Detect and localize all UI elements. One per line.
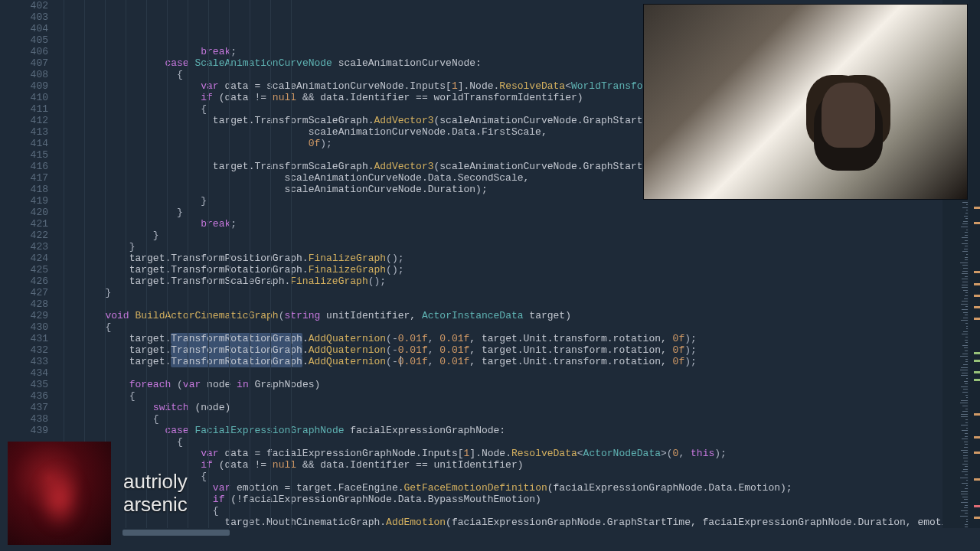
stream-chat-overlay: autrioly arsenic [8, 442, 188, 545]
line-number: 437 [0, 402, 48, 413]
code-line[interactable]: if (!facialExpressionGraphNode.Data.Bypa… [57, 494, 980, 505]
line-number: 418 [0, 184, 48, 195]
line-number: 404 [0, 23, 48, 34]
minimap-marker[interactable] [974, 360, 980, 362]
line-number: 432 [0, 344, 48, 356]
line-number: 415 [0, 149, 48, 161]
line-number: 420 [0, 207, 48, 218]
line-number: 416 [0, 161, 48, 172]
code-line[interactable]: void BuildActorCinematicGraph(string uni… [57, 310, 980, 321]
code-line[interactable]: target.MouthCinematicGraph.AddEmotion(fa… [57, 517, 980, 528]
line-number: 428 [0, 298, 48, 310]
line-number: 423 [0, 241, 48, 253]
minimap-marker[interactable] [974, 517, 980, 519]
line-number: 439 [0, 425, 48, 436]
minimap-marker[interactable] [974, 436, 980, 439]
line-number: 438 [0, 413, 48, 425]
code-line[interactable]: { [57, 436, 980, 448]
line-number: 429 [0, 310, 48, 321]
line-number: 412 [0, 115, 48, 126]
code-line[interactable]: { [57, 471, 980, 482]
line-number: 403 [0, 11, 48, 23]
line-number: 407 [0, 57, 48, 69]
code-line[interactable]: switch (node) [57, 402, 980, 413]
code-line[interactable]: target.TransformScaleGraph.FinalizeGraph… [57, 276, 980, 287]
minimap-marker[interactable] [974, 306, 980, 308]
code-line[interactable]: case FacialExpressionGraphNode facialExp… [57, 425, 980, 436]
line-number: 405 [0, 34, 48, 46]
code-line[interactable]: var emotion = target.FaceEngine.GetFaceE… [57, 482, 980, 494]
code-line[interactable]: break; [57, 218, 980, 230]
code-line[interactable]: { [57, 413, 980, 425]
line-number: 424 [0, 253, 48, 264]
line-number: 427 [0, 287, 48, 298]
minimap-marker[interactable] [974, 379, 980, 381]
minimap-marker[interactable] [974, 283, 980, 285]
line-number: 417 [0, 172, 48, 184]
code-line[interactable]: } [57, 287, 980, 298]
minimap-marker[interactable] [974, 271, 980, 273]
text-cursor [400, 356, 401, 367]
code-line[interactable]: target.TransformRotationGraph.FinalizeGr… [57, 264, 980, 276]
code-line[interactable]: { [57, 321, 980, 333]
code-line[interactable]: foreach (var node in GraphNodes) [57, 379, 980, 390]
minimap-marker[interactable] [974, 222, 980, 224]
minimap-marker[interactable] [974, 478, 980, 481]
code-line[interactable]: target.TransformRotationGraph.AddQuatern… [57, 333, 980, 344]
line-number: 436 [0, 390, 48, 402]
minimap-marker[interactable] [974, 452, 980, 454]
chat-username: autrioly arsenic [123, 471, 188, 517]
code-line[interactable]: } [57, 241, 980, 253]
minimap-marker[interactable] [974, 318, 980, 320]
line-number: 435 [0, 379, 48, 390]
code-line[interactable]: } [57, 207, 980, 218]
line-number: 411 [0, 103, 48, 115]
code-line[interactable]: target.TransformPositionGraph.FinalizeGr… [57, 253, 980, 264]
chat-avatar [8, 442, 111, 545]
minimap-marker[interactable] [974, 371, 980, 373]
minimap-marker[interactable] [974, 413, 980, 416]
line-number: 431 [0, 333, 48, 344]
line-number: 433 [0, 356, 48, 367]
code-line[interactable]: { [57, 505, 980, 517]
line-number: 434 [0, 367, 48, 379]
webcam-overlay [643, 4, 968, 200]
minimap-marker[interactable] [974, 295, 980, 297]
code-line[interactable]: if (data != null && data.Identifier == u… [57, 459, 980, 471]
code-line[interactable]: target.TransformRotationGraph.AddQuatern… [57, 344, 980, 356]
line-number: 402 [0, 0, 48, 11]
line-number: 430 [0, 321, 48, 333]
code-line[interactable]: target.TransformRotationGraph.AddQuatern… [57, 356, 980, 367]
code-line[interactable] [57, 367, 980, 379]
minimap-markers[interactable] [969, 0, 980, 528]
code-line[interactable]: } [57, 230, 980, 241]
line-number: 414 [0, 138, 48, 149]
minimap-marker[interactable] [974, 505, 980, 507]
line-number: 425 [0, 264, 48, 276]
line-number: 410 [0, 92, 48, 103]
line-number: 413 [0, 126, 48, 138]
line-number: 419 [0, 195, 48, 207]
code-line[interactable] [57, 298, 980, 310]
line-number: 421 [0, 218, 48, 230]
line-number: 422 [0, 230, 48, 241]
line-number: 409 [0, 80, 48, 92]
line-number: 408 [0, 69, 48, 80]
code-line[interactable]: { [57, 390, 980, 402]
code-line[interactable]: var data = facialExpressionGraphNode.Inp… [57, 448, 980, 459]
line-number: 406 [0, 46, 48, 57]
line-number: 426 [0, 276, 48, 287]
minimap-marker[interactable] [974, 207, 980, 209]
minimap-marker[interactable] [974, 352, 980, 354]
